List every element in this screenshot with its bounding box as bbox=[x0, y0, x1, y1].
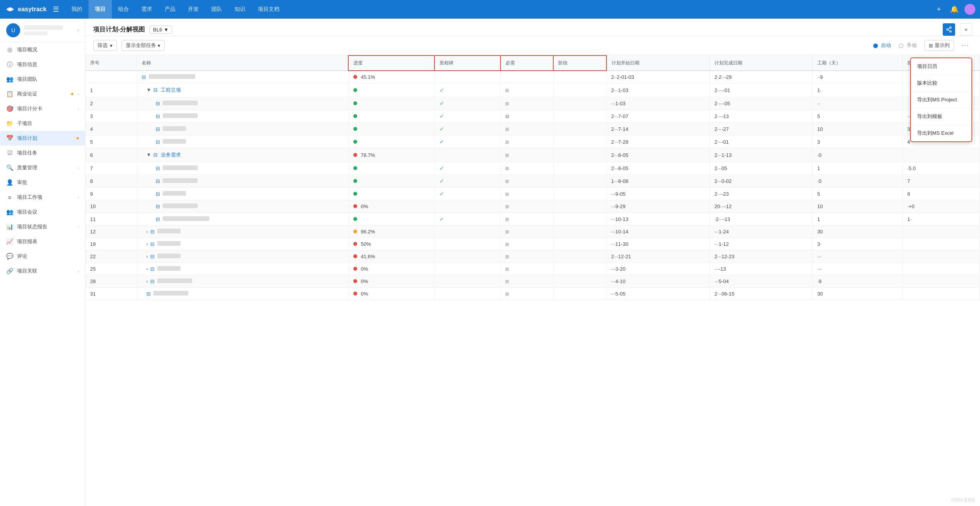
row-name[interactable]: ⊟ bbox=[137, 136, 348, 148]
nav-item-my[interactable]: 我的 bbox=[65, 0, 89, 19]
add-icon[interactable]: + bbox=[933, 4, 944, 15]
col-phase: 阶段 bbox=[553, 56, 606, 71]
dropdown-item-export-excel[interactable]: 导出到MS Excel bbox=[911, 125, 971, 141]
display-columns-button[interactable]: ⊞ 显示列 bbox=[924, 40, 954, 51]
user-avatar-sidebar: U bbox=[6, 23, 20, 37]
task-display-selector[interactable]: 显示全部任务 ▾ bbox=[122, 40, 165, 51]
row-milestone: ✓ bbox=[434, 175, 500, 188]
more-actions-button[interactable]: ··· bbox=[959, 40, 972, 50]
row-name[interactable]: ▼ ⊟ 业务需求 bbox=[137, 148, 348, 162]
nav-item-docs[interactable]: 项目文档 bbox=[252, 0, 286, 19]
sidebar-item-tasks[interactable]: ☑ 项目任务 bbox=[0, 146, 85, 160]
task-name-link[interactable] bbox=[153, 291, 188, 297]
sidebar-item-plan[interactable]: 📅 项目计划 bbox=[0, 131, 85, 146]
blurred-name bbox=[163, 113, 198, 118]
row-name[interactable]: › ⊟ bbox=[137, 275, 348, 288]
task-name-link[interactable]: 业务需求 bbox=[161, 152, 181, 158]
row-start: 1···8-08 bbox=[606, 175, 710, 188]
subproject-icon: 📁 bbox=[6, 120, 13, 127]
row-name[interactable]: ⊟ bbox=[137, 71, 348, 83]
sidebar-item-workitems[interactable]: ≡ 项目工作项 › bbox=[0, 190, 85, 205]
sidebar-item-info[interactable]: ⓘ 项目信息 bbox=[0, 57, 85, 72]
sidebar-item-subproject[interactable]: 📁 子项目 bbox=[0, 116, 85, 131]
row-name[interactable]: ▼ ⊟ 工程立项 bbox=[137, 83, 348, 97]
logo[interactable]: easytrack bbox=[5, 4, 47, 15]
row-name[interactable]: ⊟ bbox=[137, 97, 348, 110]
task-type-icon: ⊟ bbox=[156, 126, 160, 132]
task-name-link[interactable] bbox=[157, 241, 181, 247]
row-progress bbox=[348, 188, 434, 200]
row-start: ···9-05 bbox=[606, 188, 710, 200]
dropdown-item-export-ms-project[interactable]: 导出到MS Project bbox=[911, 92, 971, 108]
expand-icon[interactable]: › bbox=[146, 254, 148, 259]
manual-radio[interactable]: 手动 bbox=[899, 42, 917, 49]
row-name[interactable]: ⊟ bbox=[137, 123, 348, 136]
row-id: 9 bbox=[85, 188, 137, 200]
task-type-icon: ⊟ bbox=[156, 216, 160, 222]
expand-icon[interactable]: ▼ bbox=[146, 152, 151, 158]
sidebar-item-comments[interactable]: 💬 评论 bbox=[0, 249, 85, 264]
dropdown-item-export-template[interactable]: 导出到模板 bbox=[911, 108, 971, 125]
expand-icon[interactable]: › bbox=[146, 229, 148, 235]
dropdown-item-calendar[interactable]: 项目日历 bbox=[911, 58, 971, 75]
task-name-link[interactable] bbox=[157, 266, 181, 272]
share-button[interactable] bbox=[943, 23, 955, 36]
nav-item-requirements[interactable]: 需求 bbox=[135, 0, 158, 19]
row-end: ·2···-13 bbox=[710, 213, 813, 226]
user-avatar[interactable] bbox=[964, 4, 975, 15]
expand-icon[interactable]: › bbox=[146, 278, 148, 284]
sidebar-item-overview[interactable]: ◎ 项目概况 bbox=[0, 42, 85, 57]
row-name[interactable]: ⊟ bbox=[137, 175, 348, 188]
sidebar-item-team[interactable]: 👥 项目团队 bbox=[0, 72, 85, 87]
bell-icon[interactable]: 🔔 bbox=[949, 4, 960, 15]
auto-radio[interactable]: 自动 bbox=[873, 42, 891, 49]
row-name[interactable]: › ⊟ bbox=[137, 263, 348, 275]
sidebar-item-quality[interactable]: 🔍 质量管理 › bbox=[0, 160, 85, 175]
table-row: 3 ⊟ ✓ ⊙ 2···7-07 2···-13 5 ·· bbox=[85, 110, 980, 123]
more-options-button[interactable]: ≡ bbox=[960, 23, 972, 36]
filter-button[interactable]: 筛选 ▾ bbox=[93, 40, 117, 51]
version-selector[interactable]: BL6 ▼ bbox=[149, 26, 172, 34]
sidebar-item-relations[interactable]: 🔗 项目关联 › bbox=[0, 264, 85, 278]
row-name[interactable]: ⊟ bbox=[137, 213, 348, 226]
expand-icon[interactable]: › bbox=[146, 241, 148, 247]
expand-icon[interactable]: › bbox=[146, 266, 148, 272]
row-progress: 78.7% bbox=[348, 148, 434, 162]
nav-item-dev[interactable]: 开发 bbox=[182, 0, 205, 19]
row-phase bbox=[553, 175, 606, 188]
row-name[interactable]: › ⊟ bbox=[137, 226, 348, 238]
row-name[interactable]: ⊟ bbox=[137, 162, 348, 175]
task-name-link[interactable]: 工程立项 bbox=[161, 87, 181, 93]
expand-icon[interactable]: ▼ bbox=[146, 87, 151, 93]
nav-item-portfolio[interactable]: 组合 bbox=[112, 0, 135, 19]
sidebar-item-business[interactable]: 📋 商业论证 › bbox=[0, 87, 85, 101]
task-name-link[interactable] bbox=[157, 229, 181, 235]
blurred-name bbox=[157, 278, 192, 283]
nav-item-product[interactable]: 产品 bbox=[158, 0, 182, 19]
sidebar-item-meetings[interactable]: 👥 项目会议 bbox=[0, 205, 85, 219]
task-name-link[interactable] bbox=[157, 254, 181, 259]
row-name[interactable]: › ⊟ bbox=[137, 238, 348, 250]
sidebar-item-approval[interactable]: 👤 审批 bbox=[0, 175, 85, 190]
sidebar-item-label: 项目任务 bbox=[17, 150, 79, 156]
hamburger-icon[interactable]: ☰ bbox=[53, 5, 59, 14]
row-name[interactable]: ⊟ bbox=[137, 110, 348, 123]
milestone-check: ✓ bbox=[440, 178, 444, 184]
row-name[interactable]: › ⊟ bbox=[137, 250, 348, 263]
sidebar-user[interactable]: U › bbox=[0, 19, 85, 42]
dropdown-item-version-compare[interactable]: 版本比较 bbox=[911, 75, 971, 92]
row-milestone: ✓ bbox=[434, 188, 500, 200]
row-name[interactable]: ⊟ bbox=[137, 288, 348, 300]
row-name[interactable]: ⊟ bbox=[137, 200, 348, 213]
required-icon: ⊠ bbox=[505, 101, 509, 106]
row-name[interactable]: ⊟ bbox=[137, 188, 348, 200]
row-duration: ·0 bbox=[812, 148, 902, 162]
sidebar-item-scorecard[interactable]: 🎯 项目计分卡 › bbox=[0, 101, 85, 116]
sidebar-item-reports[interactable]: 📈 项目报表 bbox=[0, 234, 85, 249]
nav-item-project[interactable]: 项目 bbox=[89, 0, 112, 19]
nav-item-knowledge[interactable]: 知识 bbox=[228, 0, 252, 19]
progress-dot bbox=[353, 279, 357, 283]
task-name-link[interactable] bbox=[157, 278, 192, 284]
nav-item-team[interactable]: 团队 bbox=[205, 0, 228, 19]
sidebar-item-status[interactable]: 📊 项目状态报告 › bbox=[0, 219, 85, 234]
